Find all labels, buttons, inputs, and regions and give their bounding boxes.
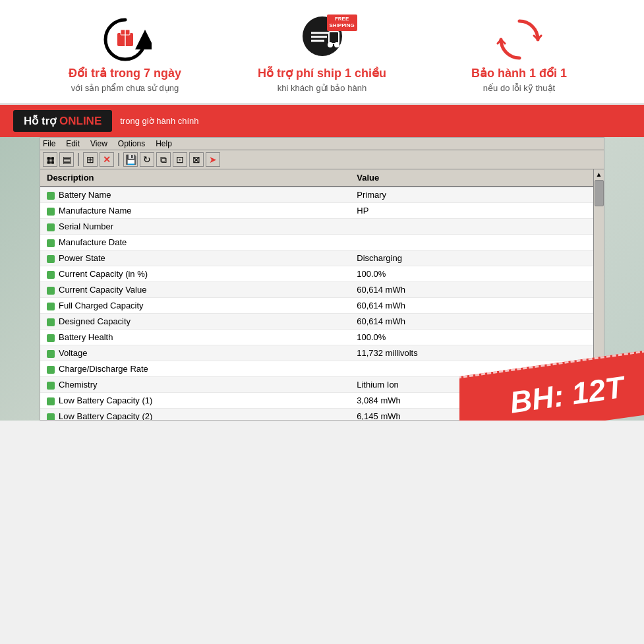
table-row: Manufacture NameHP bbox=[40, 203, 604, 219]
toolbar-sep-1 bbox=[78, 153, 79, 166]
table-row: Full Charged Capacity60,614 mWh bbox=[40, 298, 604, 314]
row-icon bbox=[47, 397, 55, 405]
table-row: Manufacture Date bbox=[40, 235, 604, 250]
scrollbar-up[interactable]: ▲ bbox=[594, 169, 604, 180]
row-description: Full Charged Capacity bbox=[40, 298, 350, 314]
row-description: Battery Health bbox=[40, 330, 350, 345]
row-icon bbox=[47, 208, 55, 216]
support-bar: Hỗ trợ ONLINE trong giờ hành chính bbox=[0, 105, 644, 137]
row-description: Battery Name bbox=[40, 187, 350, 203]
col-value[interactable]: Value bbox=[350, 169, 604, 187]
menu-file[interactable]: File bbox=[43, 139, 55, 148]
row-icon bbox=[47, 271, 55, 279]
row-description: Current Capacity Value bbox=[40, 282, 350, 298]
support-label: Hỗ trợ ONLINE bbox=[13, 110, 112, 132]
top-item-return: Đổi trả trong 7 ngày với sản phẩm chưa s… bbox=[26, 13, 223, 93]
row-icon bbox=[47, 287, 55, 295]
col-description[interactable]: Description bbox=[40, 169, 350, 187]
bg-area: File Edit View Options Help ▦ ▤ ⊞ ✕ 💾 ↻ … bbox=[0, 137, 644, 421]
row-icon bbox=[47, 223, 55, 231]
warranty-subtitle: nếu do lỗi kỹ thuật bbox=[483, 83, 555, 93]
scrollbar-thumb[interactable] bbox=[595, 180, 604, 206]
row-icon bbox=[47, 303, 55, 310]
menu-edit[interactable]: Edit bbox=[66, 139, 80, 148]
row-description: Manufacture Name bbox=[40, 203, 350, 219]
row-description: Charge/Discharge Rate bbox=[40, 361, 350, 377]
row-icon bbox=[47, 255, 55, 263]
toolbar-sep-2 bbox=[118, 153, 119, 166]
row-icon bbox=[47, 366, 55, 374]
freeship-subtitle: khi khách gửi bảo hành bbox=[278, 83, 366, 93]
row-value: 60,614 mWh bbox=[350, 314, 604, 330]
freeship-title: Hỗ trợ phí ship 1 chiều bbox=[258, 66, 386, 80]
row-value: 100.0% bbox=[350, 266, 604, 282]
row-description: Low Battery Capacity (2) bbox=[40, 409, 350, 421]
row-value bbox=[350, 219, 604, 235]
row-description: Manufacture Date bbox=[40, 235, 350, 250]
toolbar-btn-8[interactable]: ⊠ bbox=[189, 152, 204, 167]
row-icon bbox=[47, 382, 55, 390]
top-section: Đổi trả trong 7 ngày với sản phẩm chưa s… bbox=[0, 0, 644, 105]
row-value: HP bbox=[350, 203, 604, 219]
row-value: Discharging bbox=[350, 250, 604, 266]
row-description: Serial Number bbox=[40, 219, 350, 235]
return-icon bbox=[99, 13, 152, 66]
row-value: 60,614 mWh bbox=[350, 298, 604, 314]
support-online-text: ONLINE bbox=[59, 115, 102, 127]
toolbar-btn-x[interactable]: ✕ bbox=[100, 152, 114, 167]
toolbar-btn-7[interactable]: ⊡ bbox=[173, 152, 187, 167]
toolbar-btn-3[interactable]: ⊞ bbox=[83, 152, 98, 167]
row-icon bbox=[47, 192, 55, 200]
toolbar-btn-save[interactable]: 💾 bbox=[123, 152, 138, 167]
row-icon bbox=[47, 350, 55, 358]
return-title: Đổi trả trong 7 ngày bbox=[69, 66, 181, 80]
row-value: Primary bbox=[350, 187, 604, 203]
row-description: Power State bbox=[40, 250, 350, 266]
toolbar-btn-2[interactable]: ▤ bbox=[59, 152, 74, 167]
row-icon bbox=[47, 318, 55, 326]
row-description: Chemistry bbox=[40, 377, 350, 393]
warranty-title: Bảo hành 1 đổi 1 bbox=[471, 66, 567, 80]
toolbar: ▦ ▤ ⊞ ✕ 💾 ↻ ⧉ ⊡ ⊠ ➤ bbox=[40, 150, 604, 169]
menu-help[interactable]: Help bbox=[156, 139, 172, 148]
top-item-freeship: FREESHIPPING Hỗ trợ phí ship 1 chiều khi… bbox=[223, 13, 421, 93]
menu-view[interactable]: View bbox=[90, 139, 107, 148]
table-row: Battery NamePrimary bbox=[40, 187, 604, 203]
row-description: Current Capacity (in %) bbox=[40, 266, 350, 282]
return-subtitle: với sản phẩm chưa sử dụng bbox=[71, 83, 179, 93]
row-icon bbox=[47, 239, 55, 247]
freeship-icon: FREESHIPPING bbox=[293, 13, 352, 66]
top-item-warranty: Bảo hành 1 đổi 1 nếu do lỗi kỹ thuật bbox=[421, 13, 618, 93]
toolbar-btn-1[interactable]: ▦ bbox=[43, 152, 57, 167]
toolbar-btn-6[interactable]: ⧉ bbox=[156, 152, 171, 167]
bh-banner-container: BH: 12T bbox=[459, 328, 644, 421]
support-sub-text: trong giờ hành chính bbox=[120, 116, 198, 126]
row-value: 60,614 mWh bbox=[350, 282, 604, 298]
table-row: Designed Capacity60,614 mWh bbox=[40, 314, 604, 330]
table-row: Serial Number bbox=[40, 219, 604, 235]
menu-options[interactable]: Options bbox=[118, 139, 145, 148]
table-row: Current Capacity (in %)100.0% bbox=[40, 266, 604, 282]
row-value bbox=[350, 235, 604, 250]
row-description: Low Battery Capacity (1) bbox=[40, 393, 350, 409]
toolbar-btn-5[interactable]: ↻ bbox=[140, 152, 154, 167]
row-icon bbox=[47, 413, 55, 420]
toolbar-btn-9[interactable]: ➤ bbox=[206, 152, 220, 167]
svg-point-8 bbox=[328, 42, 333, 47]
warranty-icon bbox=[493, 13, 546, 66]
table-row: Current Capacity Value60,614 mWh bbox=[40, 282, 604, 298]
table-header-row: Description Value bbox=[40, 169, 604, 187]
row-icon bbox=[47, 334, 55, 342]
row-description: Designed Capacity bbox=[40, 314, 350, 330]
row-description: Voltage bbox=[40, 345, 350, 361]
table-row: Power StateDischarging bbox=[40, 250, 604, 266]
bh-banner: BH: 12T bbox=[459, 349, 644, 421]
menu-bar: File Edit View Options Help bbox=[40, 138, 604, 150]
svg-point-9 bbox=[334, 42, 339, 47]
